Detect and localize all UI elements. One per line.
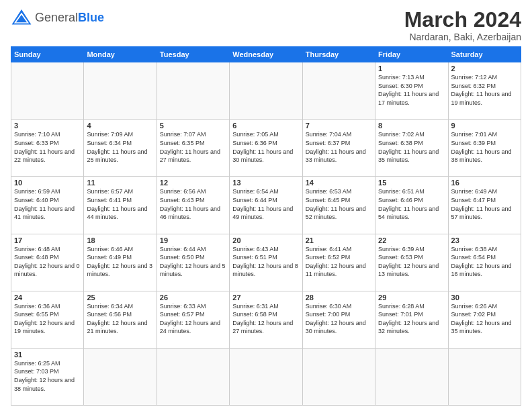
calendar-cell-w4-d1: 25Sunrise: 6:34 AM Sunset: 6:56 PM Dayli… (84, 291, 157, 348)
calendar-cell-w4-d3: 27Sunrise: 6:31 AM Sunset: 6:58 PM Dayli… (230, 291, 302, 348)
weekday-header-row: Sunday Monday Tuesday Wednesday Thursday… (11, 47, 521, 62)
day-info: Sunrise: 6:39 AM Sunset: 6:53 PM Dayligh… (378, 245, 445, 279)
calendar-cell-w2-d2: 12Sunrise: 6:56 AM Sunset: 6:43 PM Dayli… (157, 177, 229, 234)
calendar-cell-w4-d5: 29Sunrise: 6:28 AM Sunset: 7:01 PM Dayli… (375, 291, 448, 348)
main-title: March 2024 (404, 8, 521, 32)
day-info: Sunrise: 6:51 AM Sunset: 6:46 PM Dayligh… (378, 187, 445, 221)
day-info: Sunrise: 6:26 AM Sunset: 7:02 PM Dayligh… (451, 302, 518, 336)
day-number: 20 (232, 236, 299, 244)
title-block: March 2024 Nardaran, Baki, Azerbaijan (404, 8, 521, 42)
calendar-cell-w1-d3: 6Sunrise: 7:05 AM Sunset: 6:36 PM Daylig… (230, 120, 302, 177)
calendar-cell-w4-d6: 30Sunrise: 6:26 AM Sunset: 7:02 PM Dayli… (448, 291, 521, 348)
calendar-cell-w2-d0: 10Sunrise: 6:59 AM Sunset: 6:40 PM Dayli… (11, 177, 84, 234)
day-info: Sunrise: 6:33 AM Sunset: 6:57 PM Dayligh… (160, 302, 226, 336)
header: GeneralBlue March 2024 Nardaran, Baki, A… (11, 8, 521, 42)
calendar-week-1: 3Sunrise: 7:10 AM Sunset: 6:33 PM Daylig… (11, 120, 521, 177)
day-info: Sunrise: 6:30 AM Sunset: 7:00 PM Dayligh… (306, 302, 372, 336)
day-info: Sunrise: 6:49 AM Sunset: 6:47 PM Dayligh… (451, 187, 518, 221)
calendar-cell-w4-d2: 26Sunrise: 6:33 AM Sunset: 6:57 PM Dayli… (157, 291, 229, 348)
day-info: Sunrise: 7:13 AM Sunset: 6:30 PM Dayligh… (378, 73, 445, 107)
header-wednesday: Wednesday (230, 47, 302, 62)
calendar-cell-w3-d3: 20Sunrise: 6:43 AM Sunset: 6:51 PM Dayli… (230, 234, 302, 291)
day-info: Sunrise: 7:09 AM Sunset: 6:34 PM Dayligh… (87, 130, 153, 164)
header-saturday: Saturday (448, 47, 521, 62)
day-number: 8 (378, 122, 445, 130)
calendar-cell-w2-d1: 11Sunrise: 6:57 AM Sunset: 6:41 PM Dayli… (84, 177, 157, 234)
day-number: 22 (378, 236, 445, 244)
day-number: 21 (306, 236, 372, 244)
calendar-cell-w3-d2: 19Sunrise: 6:44 AM Sunset: 6:50 PM Dayli… (157, 234, 229, 291)
day-number: 4 (87, 122, 153, 130)
calendar-week-4: 24Sunrise: 6:36 AM Sunset: 6:55 PM Dayli… (11, 291, 521, 348)
day-number: 15 (378, 179, 445, 187)
logo: GeneralBlue (11, 8, 104, 27)
day-number: 5 (160, 122, 226, 130)
day-number: 3 (14, 122, 81, 130)
calendar-cell-w5-d3 (230, 348, 302, 405)
day-number: 14 (306, 179, 372, 187)
day-info: Sunrise: 6:34 AM Sunset: 6:56 PM Dayligh… (87, 302, 153, 336)
calendar-week-2: 10Sunrise: 6:59 AM Sunset: 6:40 PM Dayli… (11, 177, 521, 234)
calendar-week-0: 1Sunrise: 7:13 AM Sunset: 6:30 PM Daylig… (11, 62, 521, 120)
day-info: Sunrise: 6:31 AM Sunset: 6:58 PM Dayligh… (232, 302, 299, 336)
day-info: Sunrise: 6:57 AM Sunset: 6:41 PM Dayligh… (87, 187, 153, 221)
day-number: 6 (232, 122, 299, 130)
header-monday: Monday (84, 47, 157, 62)
day-info: Sunrise: 6:59 AM Sunset: 6:40 PM Dayligh… (14, 187, 81, 221)
calendar-cell-w3-d0: 17Sunrise: 6:48 AM Sunset: 6:48 PM Dayli… (11, 234, 84, 291)
day-info: Sunrise: 6:41 AM Sunset: 6:52 PM Dayligh… (306, 245, 372, 279)
day-number: 16 (451, 179, 518, 187)
day-info: Sunrise: 7:10 AM Sunset: 6:33 PM Dayligh… (14, 130, 81, 164)
day-number: 29 (378, 293, 445, 302)
day-number: 24 (14, 293, 81, 302)
calendar-cell-w4-d4: 28Sunrise: 6:30 AM Sunset: 7:00 PM Dayli… (302, 291, 375, 348)
day-info: Sunrise: 7:07 AM Sunset: 6:35 PM Dayligh… (160, 130, 226, 164)
calendar-cell-w5-d4 (302, 348, 375, 405)
day-number: 30 (451, 293, 518, 302)
day-number: 31 (14, 351, 81, 359)
calendar-cell-w0-d3 (230, 62, 302, 120)
day-number: 13 (232, 179, 299, 187)
day-info: Sunrise: 6:56 AM Sunset: 6:43 PM Dayligh… (160, 187, 226, 221)
calendar-cell-w0-d6: 2Sunrise: 7:12 AM Sunset: 6:32 PM Daylig… (448, 62, 521, 120)
calendar-cell-w5-d1 (84, 348, 157, 405)
day-number: 27 (232, 293, 299, 302)
calendar-cell-w2-d4: 14Sunrise: 6:53 AM Sunset: 6:45 PM Dayli… (302, 177, 375, 234)
calendar-cell-w2-d3: 13Sunrise: 6:54 AM Sunset: 6:44 PM Dayli… (230, 177, 302, 234)
calendar-cell-w2-d5: 15Sunrise: 6:51 AM Sunset: 6:46 PM Dayli… (375, 177, 448, 234)
calendar-week-3: 17Sunrise: 6:48 AM Sunset: 6:48 PM Dayli… (11, 234, 521, 291)
calendar-cell-w3-d6: 23Sunrise: 6:38 AM Sunset: 6:54 PM Dayli… (448, 234, 521, 291)
calendar-cell-w0-d4 (302, 62, 375, 120)
calendar-cell-w3-d4: 21Sunrise: 6:41 AM Sunset: 6:52 PM Dayli… (302, 234, 375, 291)
day-info: Sunrise: 7:05 AM Sunset: 6:36 PM Dayligh… (232, 130, 299, 164)
calendar-cell-w5-d2 (157, 348, 229, 405)
calendar-cell-w5-d6 (448, 348, 521, 405)
subtitle: Nardaran, Baki, Azerbaijan (404, 32, 521, 42)
calendar-cell-w2-d6: 16Sunrise: 6:49 AM Sunset: 6:47 PM Dayli… (448, 177, 521, 234)
header-sunday: Sunday (11, 47, 84, 62)
day-info: Sunrise: 6:48 AM Sunset: 6:48 PM Dayligh… (14, 245, 81, 279)
day-number: 2 (451, 64, 518, 73)
day-number: 25 (87, 293, 153, 302)
header-thursday: Thursday (302, 47, 375, 62)
calendar-cell-w0-d0 (11, 62, 84, 120)
day-number: 17 (14, 236, 81, 244)
logo-icon (11, 8, 32, 27)
calendar-cell-w1-d2: 5Sunrise: 7:07 AM Sunset: 6:35 PM Daylig… (157, 120, 229, 177)
calendar-week-5: 31Sunrise: 6:25 AM Sunset: 7:03 PM Dayli… (11, 348, 521, 405)
calendar-cell-w0-d1 (84, 62, 157, 120)
calendar-cell-w5-d5 (375, 348, 448, 405)
page: GeneralBlue March 2024 Nardaran, Baki, A… (0, 0, 532, 411)
day-number: 7 (306, 122, 372, 130)
header-tuesday: Tuesday (157, 47, 229, 62)
day-info: Sunrise: 6:25 AM Sunset: 7:03 PM Dayligh… (14, 359, 81, 393)
calendar-cell-w0-d2 (157, 62, 229, 120)
day-number: 23 (451, 236, 518, 244)
calendar-cell-w1-d5: 8Sunrise: 7:02 AM Sunset: 6:38 PM Daylig… (375, 120, 448, 177)
day-number: 12 (160, 179, 226, 187)
day-info: Sunrise: 6:43 AM Sunset: 6:51 PM Dayligh… (232, 245, 299, 279)
calendar-cell-w0-d5: 1Sunrise: 7:13 AM Sunset: 6:30 PM Daylig… (375, 62, 448, 120)
calendar-cell-w4-d0: 24Sunrise: 6:36 AM Sunset: 6:55 PM Dayli… (11, 291, 84, 348)
day-number: 18 (87, 236, 153, 244)
day-info: Sunrise: 6:54 AM Sunset: 6:44 PM Dayligh… (232, 187, 299, 221)
